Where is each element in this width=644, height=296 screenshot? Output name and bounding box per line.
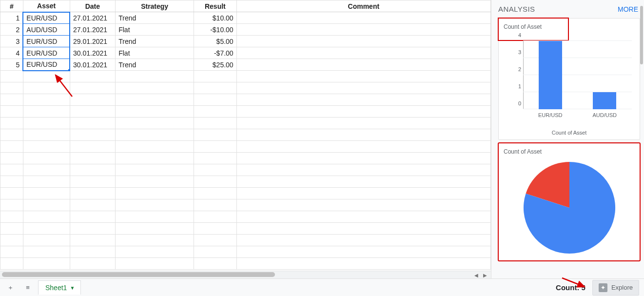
explore-button[interactable]: ✦ Explore xyxy=(592,280,639,296)
chart-card-pie[interactable]: Count of Asset xyxy=(498,143,640,261)
cell-empty[interactable] xyxy=(23,188,70,199)
cell-empty[interactable] xyxy=(116,118,194,129)
cell-empty[interactable] xyxy=(194,153,237,164)
cell-empty[interactable] xyxy=(236,176,490,188)
selection-count[interactable]: Count: 5 xyxy=(556,283,585,292)
cell-rownum[interactable]: 1 xyxy=(0,12,23,24)
cell-asset[interactable]: AUD/USD xyxy=(23,24,70,36)
cell-empty[interactable] xyxy=(23,106,70,118)
cell-empty[interactable] xyxy=(23,258,70,270)
cell-empty[interactable] xyxy=(236,188,490,199)
chart-card-bar[interactable]: Count of Asset 01234EUR/USDAUD/USD Count… xyxy=(498,18,640,140)
cell-result[interactable]: $5.00 xyxy=(194,36,237,47)
cell-empty[interactable] xyxy=(70,211,116,223)
cell-comment[interactable] xyxy=(236,24,490,36)
cell-result[interactable]: $25.00 xyxy=(194,59,237,71)
cell-date[interactable]: 27.01.2021 xyxy=(70,12,116,24)
cell-empty[interactable] xyxy=(23,235,70,246)
table-row[interactable]: 3EUR/USD29.01.2021Trend$5.00 xyxy=(0,36,491,47)
scrollbar-thumb[interactable] xyxy=(2,272,275,277)
cell-empty[interactable] xyxy=(0,164,23,176)
cell-empty[interactable] xyxy=(23,82,70,94)
add-sheet-button[interactable]: ＋ xyxy=(3,281,18,295)
header-strategy[interactable]: Strategy xyxy=(116,0,194,12)
table-row[interactable] xyxy=(0,246,491,258)
cell-empty[interactable] xyxy=(116,199,194,211)
cell-date[interactable]: 29.01.2021 xyxy=(70,36,116,47)
all-sheets-button[interactable]: ≡ xyxy=(20,281,35,295)
cell-empty[interactable] xyxy=(23,223,70,235)
cell-empty[interactable] xyxy=(23,164,70,176)
table-row[interactable] xyxy=(0,211,491,223)
cell-date[interactable]: 30.01.2021 xyxy=(70,59,116,71)
cell-empty[interactable] xyxy=(116,223,194,235)
cell-empty[interactable] xyxy=(236,153,490,164)
cell-empty[interactable] xyxy=(194,141,237,153)
cell-empty[interactable] xyxy=(194,188,237,199)
cell-empty[interactable] xyxy=(236,118,490,129)
table-row[interactable] xyxy=(0,235,491,246)
cell-empty[interactable] xyxy=(0,258,23,270)
cell-empty[interactable] xyxy=(23,176,70,188)
data-grid[interactable]: # Asset Date Strategy Result Comment 1EU… xyxy=(0,0,491,270)
cell-empty[interactable] xyxy=(236,82,490,94)
cell-asset[interactable]: EUR/USD xyxy=(23,12,70,24)
cell-strategy[interactable]: Trend xyxy=(116,59,194,71)
cell-empty[interactable] xyxy=(236,223,490,235)
cell-empty[interactable] xyxy=(23,94,70,106)
cell-asset[interactable]: EUR/USD xyxy=(23,59,70,71)
cell-result[interactable]: -$7.00 xyxy=(194,47,237,59)
cell-empty[interactable] xyxy=(23,153,70,164)
cell-strategy[interactable]: Trend xyxy=(116,36,194,47)
cell-empty[interactable] xyxy=(194,235,237,246)
table-row[interactable] xyxy=(0,188,491,199)
cell-date[interactable]: 27.01.2021 xyxy=(70,24,116,36)
cell-empty[interactable] xyxy=(194,106,237,118)
cell-strategy[interactable]: Flat xyxy=(116,47,194,59)
cell-empty[interactable] xyxy=(0,153,23,164)
table-row[interactable] xyxy=(0,153,491,164)
cell-rownum[interactable]: 5 xyxy=(0,59,23,71)
cell-comment[interactable] xyxy=(236,36,490,47)
cell-empty[interactable] xyxy=(70,94,116,106)
cell-empty[interactable] xyxy=(116,211,194,223)
cell-rownum[interactable]: 2 xyxy=(0,24,23,36)
cell-empty[interactable] xyxy=(23,141,70,153)
cell-empty[interactable] xyxy=(0,118,23,129)
cell-empty[interactable] xyxy=(23,129,70,141)
cell-result[interactable]: $10.00 xyxy=(194,12,237,24)
cell-empty[interactable] xyxy=(0,71,23,82)
cell-empty[interactable] xyxy=(236,71,490,82)
cell-empty[interactable] xyxy=(116,258,194,270)
cell-empty[interactable] xyxy=(0,199,23,211)
table-row[interactable]: 2AUD/USD27.01.2021Flat-$10.00 xyxy=(0,24,491,36)
cell-empty[interactable] xyxy=(194,246,237,258)
cell-empty[interactable] xyxy=(116,94,194,106)
cell-empty[interactable] xyxy=(70,82,116,94)
cell-empty[interactable] xyxy=(70,153,116,164)
cell-empty[interactable] xyxy=(236,129,490,141)
cell-empty[interactable] xyxy=(0,176,23,188)
table-row[interactable] xyxy=(0,164,491,176)
cell-empty[interactable] xyxy=(70,71,116,82)
cell-empty[interactable] xyxy=(23,71,70,82)
scroll-left-icon[interactable]: ◀ xyxy=(472,271,480,279)
cell-empty[interactable] xyxy=(194,223,237,235)
cell-empty[interactable] xyxy=(23,246,70,258)
cell-empty[interactable] xyxy=(116,82,194,94)
cell-empty[interactable] xyxy=(0,82,23,94)
cell-empty[interactable] xyxy=(236,235,490,246)
cell-empty[interactable] xyxy=(0,188,23,199)
cell-empty[interactable] xyxy=(116,188,194,199)
cell-empty[interactable] xyxy=(116,246,194,258)
cell-empty[interactable] xyxy=(194,94,237,106)
header-date[interactable]: Date xyxy=(70,0,116,12)
horizontal-scrollbar[interactable]: ◀ ▶ xyxy=(0,271,491,278)
cell-empty[interactable] xyxy=(116,106,194,118)
table-row[interactable] xyxy=(0,258,491,270)
cell-empty[interactable] xyxy=(70,258,116,270)
cell-empty[interactable] xyxy=(236,199,490,211)
cell-empty[interactable] xyxy=(0,235,23,246)
cell-empty[interactable] xyxy=(236,258,490,270)
table-row[interactable] xyxy=(0,106,491,118)
